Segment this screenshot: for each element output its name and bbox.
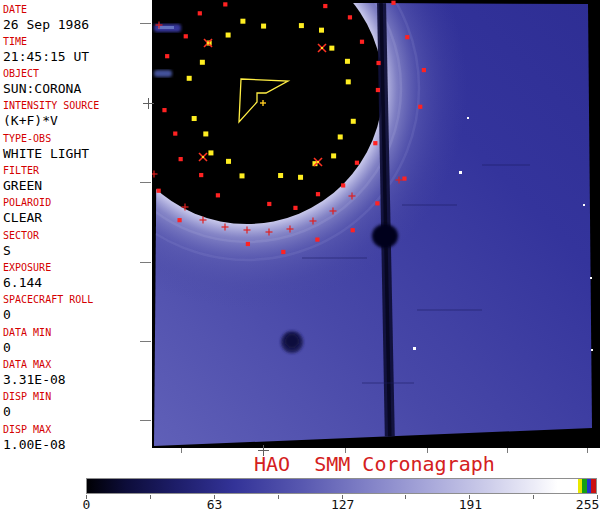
coronagraph-viewer-window: DATE26 Sep 1986TIME21:45:15 UTOBJECTSUN:… <box>0 0 600 512</box>
metadata-field-filter: FILTERGREEN <box>3 165 151 194</box>
metadata-field-data-min: DATA MIN0 <box>3 327 151 356</box>
field-value: 6.144 <box>3 274 151 291</box>
metadata-panel: DATE26 Sep 1986TIME21:45:15 UTOBJECTSUN:… <box>0 0 152 448</box>
colorbar-tick-label: 191 <box>459 498 482 512</box>
field-value: 1.00E-08 <box>3 436 151 453</box>
metadata-field-intensity-source: INTENSITY SOURCE(K+F)*V <box>3 100 151 129</box>
dust-blob <box>281 331 303 353</box>
colorbar-tick-label: 63 <box>207 498 223 512</box>
field-label: DISP MIN <box>3 391 151 403</box>
colorbar-tick-label: 255 <box>576 498 599 512</box>
field-label: SPACECRAFT ROLL <box>3 294 151 306</box>
x-axis-tick <box>181 448 182 453</box>
field-label: EXPOSURE <box>3 262 151 274</box>
field-label: TYPE-OBS <box>3 133 151 145</box>
coronagraph-image-canvas[interactable] <box>152 0 600 448</box>
coronagraph-image <box>152 0 600 448</box>
colorbar-tick <box>533 495 534 499</box>
metadata-field-object: OBJECTSUN:CORONA <box>3 68 151 97</box>
metadata-field-sector: SECTORS <box>3 230 151 259</box>
colorbar-tick <box>278 495 279 499</box>
intensity-colorbar <box>86 478 597 494</box>
field-value: CLEAR <box>3 209 151 226</box>
y-axis-tick <box>140 420 151 421</box>
field-value: 0 <box>3 306 151 323</box>
colorbar-gradient <box>87 479 596 493</box>
y-axis-tick <box>140 23 151 24</box>
field-label: FILTER <box>3 165 151 177</box>
plot-title: HAO SMM Coronagraph <box>254 453 495 475</box>
colorbar-tick <box>405 495 406 499</box>
field-label: INTENSITY SOURCE <box>3 100 151 112</box>
field-label: DATA MAX <box>3 359 151 371</box>
field-label: DISP MAX <box>3 424 151 436</box>
field-value: SUN:CORONA <box>3 80 151 97</box>
y-axis-tick <box>140 262 151 263</box>
metadata-field-polaroid: POLAROIDCLEAR <box>3 197 151 226</box>
metadata-field-spacecraft-roll: SPACECRAFT ROLL0 <box>3 294 151 323</box>
field-label: TIME <box>3 36 151 48</box>
field-label: POLAROID <box>3 197 151 209</box>
field-label: SECTOR <box>3 230 151 242</box>
colorbar-tick-label: 0 <box>82 498 90 512</box>
metadata-field-date: DATE26 Sep 1986 <box>3 4 151 33</box>
field-value: 21:45:15 UT <box>3 48 151 65</box>
x-axis-tick <box>587 448 588 453</box>
field-value: 3.31E-08 <box>3 371 151 388</box>
field-value: 0 <box>3 403 151 420</box>
field-label: DATE <box>3 4 151 16</box>
colorbar-tick <box>150 495 151 499</box>
field-value: WHITE LIGHT <box>3 145 151 162</box>
metadata-field-disp-min: DISP MIN0 <box>3 391 151 420</box>
field-label: DATA MIN <box>3 327 151 339</box>
metadata-field-data-max: DATA MAX3.31E-08 <box>3 359 151 388</box>
y-axis-fiducial-cross <box>143 98 154 109</box>
metadata-field-exposure: EXPOSURE6.144 <box>3 262 151 291</box>
x-axis-tick <box>507 448 508 453</box>
metadata-field-disp-max: DISP MAX1.00E-08 <box>3 424 151 453</box>
metadata-field-type-obs: TYPE-OBSWHITE LIGHT <box>3 133 151 162</box>
colorbar-tick-label: 127 <box>331 498 354 512</box>
field-label: OBJECT <box>3 68 151 80</box>
y-axis-tick <box>140 341 151 342</box>
field-value: (K+F)*V <box>3 112 151 129</box>
field-value: GREEN <box>3 177 151 194</box>
y-axis-tick <box>140 182 151 183</box>
field-value: 0 <box>3 339 151 356</box>
field-value: 26 Sep 1986 <box>3 16 151 33</box>
metadata-field-time: TIME21:45:15 UT <box>3 36 151 65</box>
field-value: S <box>3 242 151 259</box>
